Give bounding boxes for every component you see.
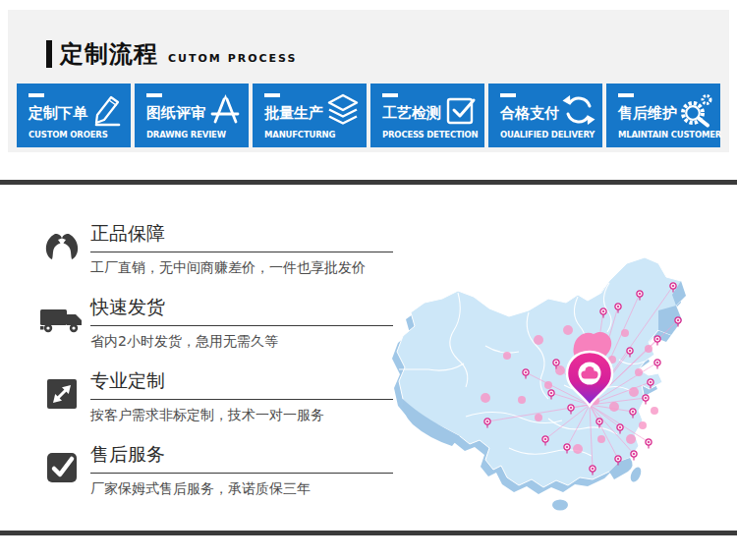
divider-top xyxy=(0,180,737,185)
feature-description: 工厂直销，无中间商赚差价，一件也享批发价 xyxy=(90,259,393,277)
process-steps-row: 定制下单 CUSTOM OROERS 图纸评审 DRAWNG REVIEW 批量… xyxy=(17,84,720,147)
section-title: 定制流程 xyxy=(60,40,158,68)
process-step-after-sales-maintain: 售后维护 MLAINTAIN CUSTOMER xyxy=(606,84,720,147)
step-dash xyxy=(264,93,280,97)
step-title: 定制下单 xyxy=(28,104,87,123)
feature-title: 快速发货 xyxy=(90,295,393,326)
step-title: 图纸评审 xyxy=(146,104,205,123)
header-accent-bar xyxy=(46,40,52,68)
layers-icon xyxy=(325,92,361,128)
feature-title: 正品保障 xyxy=(90,221,393,252)
step-dash xyxy=(28,93,44,97)
checkmark-icon xyxy=(39,448,85,487)
feature-title: 专业定制 xyxy=(90,368,393,400)
feature-description: 按客户需求非标定制，技术一对一服务 xyxy=(90,407,393,424)
custom-process-panel: 定制流程 CUTOM PROCESS 定制下单 CUSTOM OROERS 图纸… xyxy=(8,10,729,152)
section-subtitle: CUTOM PROCESS xyxy=(168,52,297,68)
feature-fast-shipping: 快速发货 省内2小时发货，急用无需久等 xyxy=(39,295,395,368)
feature-list: 正品保障 工厂直销，无中间商赚差价，一件也享批发价 快速发货 省内2小时发货，急… xyxy=(39,221,395,516)
process-step-custom-order: 定制下单 CUSTOM OROERS xyxy=(17,84,131,147)
process-step-process-detection: 工艺检测 PROCESS DETECTION xyxy=(370,84,484,147)
step-title: 工艺检测 xyxy=(382,104,441,123)
feature-after-sales-service: 售后服务 厂家保姆式售后服务，承诺质保三年 xyxy=(39,442,395,516)
feature-title: 售后服务 xyxy=(90,442,393,474)
process-step-qualified-delivery: 合格支付 OUALIFIED DELIVERY xyxy=(488,84,602,147)
pencil-icon xyxy=(89,92,125,128)
step-subtitle: OUALIFIED DELIVERY xyxy=(500,130,595,140)
process-step-manufacturing: 批量生产 MANUFCTURNG xyxy=(253,84,367,147)
step-subtitle: CUSTOM OROERS xyxy=(28,130,108,140)
step-dash xyxy=(618,93,634,97)
feature-description: 省内2小时发货，急用无需久等 xyxy=(90,333,393,351)
drafting-tools-icon xyxy=(207,92,243,128)
divider-bottom xyxy=(0,531,737,535)
feature-description: 厂家保姆式售后服务，承诺质保三年 xyxy=(90,480,393,498)
truck-icon xyxy=(39,301,85,340)
step-title: 售后维护 xyxy=(618,104,677,123)
step-dash xyxy=(500,93,516,97)
feature-genuine-guarantee: 正品保障 工厂直销，无中间商赚差价，一件也享批发价 xyxy=(39,221,395,295)
open-hands-icon xyxy=(39,227,85,266)
step-dash xyxy=(146,93,162,97)
gear-search-icon xyxy=(679,92,714,128)
step-subtitle: MLAINTAIN CUSTOMER xyxy=(618,130,721,140)
step-title: 合格支付 xyxy=(500,104,559,123)
resize-arrow-icon xyxy=(39,374,85,414)
section-header: 定制流程 CUTOM PROCESS xyxy=(46,40,297,68)
china-map xyxy=(391,252,735,519)
step-subtitle: DRAWNG REVIEW xyxy=(146,130,226,140)
step-dash xyxy=(382,93,398,97)
step-subtitle: PROCESS DETECTION xyxy=(382,130,478,140)
step-title: 批量生产 xyxy=(264,104,323,123)
step-subtitle: MANUFCTURNG xyxy=(264,130,335,140)
process-step-drawing-review: 图纸评审 DRAWNG REVIEW xyxy=(135,84,249,147)
check-square-icon xyxy=(443,92,479,128)
feature-professional-customization: 专业定制 按客户需求非标定制，技术一对一服务 xyxy=(39,368,395,442)
refresh-arrows-icon xyxy=(561,92,596,128)
